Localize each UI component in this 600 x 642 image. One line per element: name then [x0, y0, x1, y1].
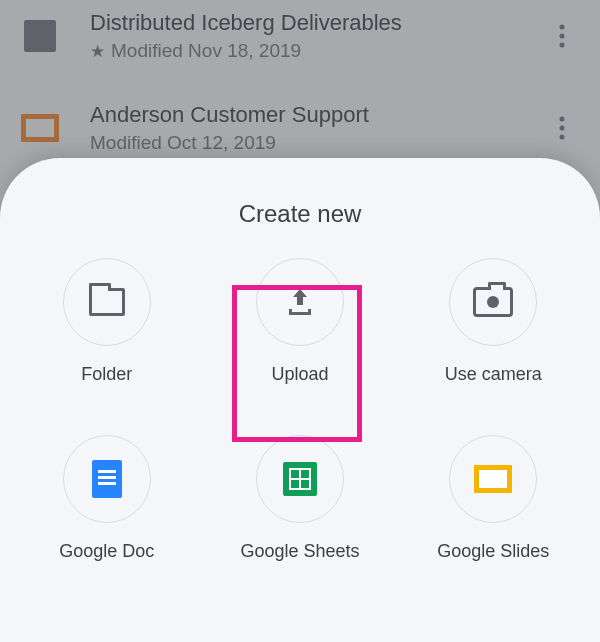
option-google-doc[interactable]: Google Doc [10, 435, 203, 562]
create-new-sheet: Create new Folder Upload Use camera [0, 158, 600, 642]
option-label: Google Sheets [240, 541, 359, 562]
option-upload[interactable]: Upload [203, 258, 396, 385]
upload-icon [256, 258, 344, 346]
sheet-title: Create new [0, 158, 600, 258]
option-folder[interactable]: Folder [10, 258, 203, 385]
folder-icon [63, 258, 151, 346]
option-google-slides[interactable]: Google Slides [397, 435, 590, 562]
google-doc-icon [63, 435, 151, 523]
option-label: Google Doc [59, 541, 154, 562]
option-label: Google Slides [437, 541, 549, 562]
google-slides-icon [449, 435, 537, 523]
google-sheets-icon [256, 435, 344, 523]
option-use-camera[interactable]: Use camera [397, 258, 590, 385]
camera-icon [449, 258, 537, 346]
option-google-sheets[interactable]: Google Sheets [203, 435, 396, 562]
option-label: Upload [271, 364, 328, 385]
option-label: Folder [81, 364, 132, 385]
option-label: Use camera [445, 364, 542, 385]
create-options-grid: Folder Upload Use camera Google Doc [0, 258, 600, 562]
